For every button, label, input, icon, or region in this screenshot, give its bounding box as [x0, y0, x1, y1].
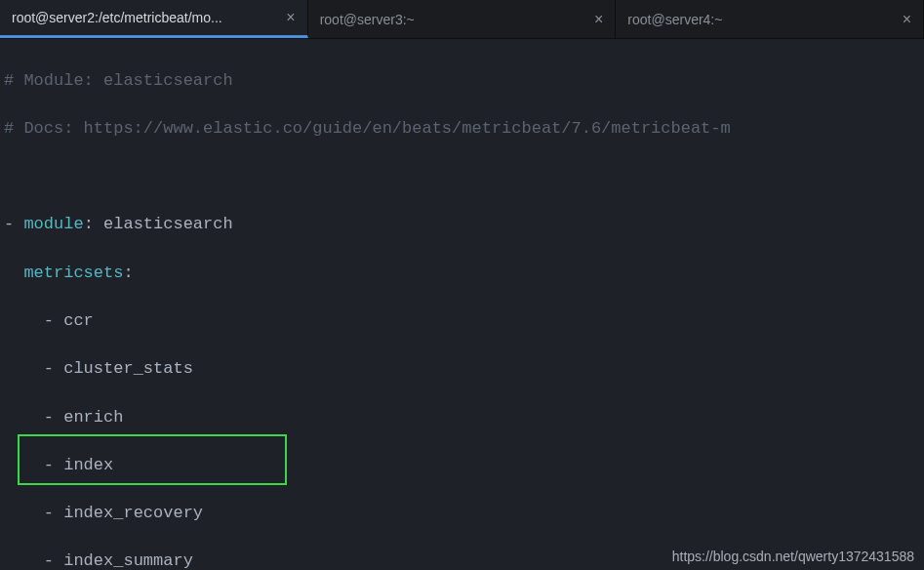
yaml-value: elasticsearch — [103, 215, 233, 233]
list-item: index_recovery — [63, 504, 203, 522]
watermark: https://blog.csdn.net/qwerty1372431588 — [672, 549, 914, 564]
tab-title: root@server3:~ — [320, 12, 415, 27]
tab-bar: root@server2:/etc/metricbeat/mo... × roo… — [0, 0, 924, 39]
tab-title: root@server4:~ — [627, 12, 722, 27]
comment-hash: # — [4, 119, 14, 138]
dash: - — [4, 215, 14, 233]
list-item: enrich — [63, 408, 123, 427]
list-item: ccr — [63, 311, 94, 330]
tab-title: root@server2:/etc/metricbeat/mo... — [12, 10, 222, 25]
editor-content[interactable]: # Module: elasticsearch # Docs: https://… — [0, 39, 924, 570]
comment-hash: # — [4, 71, 14, 90]
tab-server2[interactable]: root@server2:/etc/metricbeat/mo... × — [0, 0, 308, 38]
metricset-list: - ccr - cluster_stats - enrich - index -… — [4, 309, 920, 570]
comment-text: Module: elasticsearch — [14, 71, 232, 90]
list-item: index — [63, 456, 113, 474]
tab-server3[interactable]: root@server3:~ × — [308, 0, 617, 38]
close-icon[interactable]: × — [903, 11, 911, 28]
list-item: cluster_stats — [63, 359, 193, 378]
close-icon[interactable]: × — [286, 9, 295, 26]
close-icon[interactable]: × — [594, 11, 603, 28]
comment-text: Docs: https://www.elastic.co/guide/en/be… — [14, 119, 731, 138]
yaml-key-module: module — [14, 215, 83, 233]
list-item: index_summary — [63, 551, 193, 570]
yaml-key-metricsets: metricsets — [4, 264, 123, 282]
tab-server4[interactable]: root@server4:~ × — [616, 0, 924, 38]
